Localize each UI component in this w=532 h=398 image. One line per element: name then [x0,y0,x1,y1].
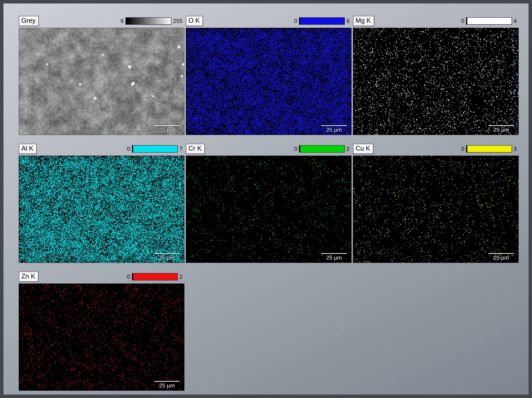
mg-k-colorbar [466,17,512,25]
eds-map-montage-window: Grey 6 255 25 µm O K [0,0,532,398]
scale-bar: 25 µm [321,125,347,133]
scale-bar-label: 25 µm [488,254,514,261]
scale-bar: 25 µm [154,125,180,133]
colorbar-max: 3 [514,146,517,152]
element-map-canvas [353,28,519,135]
panel-cr-k: Cr K 0 2 25 µm [186,143,351,263]
element-map: 25 µm [353,156,519,263]
element-map-canvas [186,156,351,263]
al-k-colorbar [132,145,178,152]
panel-title: Grey [19,16,39,26]
element-map: 25 µm [186,28,351,135]
scale-bar: 25 µm [154,381,180,389]
colorbar-min: 6 [121,18,124,24]
element-map: 25 µm [186,156,351,263]
sem-image: 25 µm [19,28,184,135]
zn-k-colorbar [132,273,178,280]
panel-title: O K [186,16,203,26]
sem-image-canvas [19,28,184,135]
scale-bar-line [321,253,347,254]
panel-title: Mg K [353,16,374,26]
scale-bar: 25 µm [321,253,347,261]
element-map-canvas [19,284,184,391]
colorbar-max: 2 [179,274,183,280]
panel-header: Zn K 0 2 [19,271,184,282]
panel-cu-k: Cu K 0 3 25 µm [353,143,519,263]
panel-mg-k: Mg K 0 4 25 µm [353,15,519,135]
scale-bar: 25 µm [154,253,180,261]
colorbar-max: 4 [514,18,517,24]
colorbar-max: 255 [173,18,183,24]
scale-bar-line [154,125,180,126]
scale-bar-line [488,125,514,126]
scale-bar-label: 25 µm [154,254,180,261]
panel-al-k: Al K 0 7 25 µm [19,143,184,263]
colorbar-min: 0 [294,18,297,24]
element-map: 25 µm [19,284,184,391]
scale-bar-line [154,253,180,254]
colorbar-max: 2 [347,146,350,152]
scale-bar: 25 µm [488,253,514,261]
element-map: 25 µm [353,28,519,135]
grey-colorbar [126,17,171,25]
panel-header: Cr K 0 2 [186,143,351,154]
map-grid: Grey 6 255 25 µm O K [19,15,529,391]
colorbar-min: 0 [461,146,464,152]
scale-bar-label: 25 µm [154,127,180,133]
element-map: 25 µm [19,156,184,263]
element-map-canvas [353,156,519,263]
panel-grey: Grey 6 255 25 µm [19,15,184,135]
element-map-canvas [186,28,351,135]
panel-o-k: O K 0 6 25 µm [186,15,351,135]
scale-bar-label: 25 µm [488,127,514,133]
scale-bar: 25 µm [488,125,514,133]
colorbar-max: 6 [347,18,350,24]
panel-title: Zn K [19,272,38,282]
colorbar-min: 0 [127,274,130,280]
scale-bar-line [488,253,514,254]
scale-bar-label: 25 µm [321,254,347,261]
colorbar-max: 7 [179,146,183,152]
o-k-colorbar [299,17,345,25]
element-map-canvas [19,156,184,263]
map-montage-content: Grey 6 255 25 µm O K [3,3,529,391]
scale-bar-label: 25 µm [154,382,180,389]
colorbar-min: 0 [294,146,297,152]
panel-header: Mg K 0 4 [353,15,519,26]
scale-bar-line [154,381,180,382]
panel-title: Al K [19,144,37,154]
panel-header: Grey 6 255 [19,15,184,26]
panel-title: Cr K [186,144,205,154]
panel-header: O K 0 6 [186,15,351,26]
panel-zn-k: Zn K 0 2 25 µm [19,271,184,391]
panel-title: Cu K [353,144,373,154]
panel-header: Al K 0 7 [19,143,184,154]
scale-bar-line [321,125,347,126]
cu-k-colorbar [466,145,512,152]
panel-header: Cu K 0 3 [353,143,519,154]
cr-k-colorbar [299,145,345,152]
scale-bar-label: 25 µm [321,127,347,133]
colorbar-min: 0 [127,146,130,152]
colorbar-min: 0 [461,18,464,24]
